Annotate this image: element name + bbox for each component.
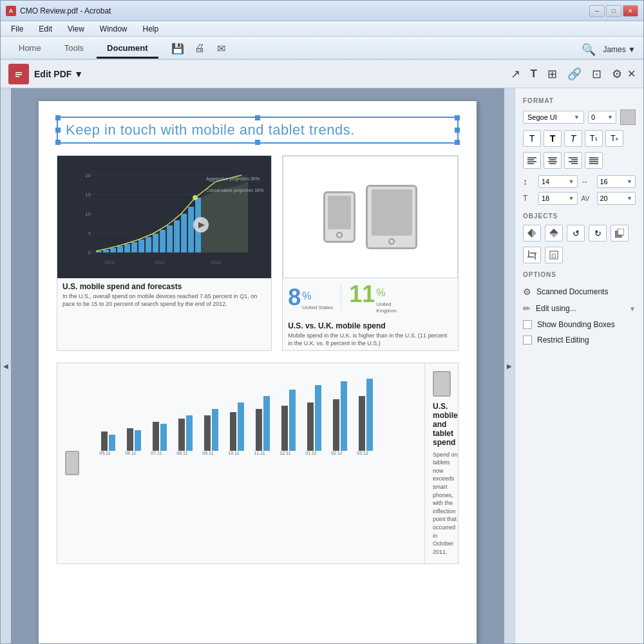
collapse-right-arrow[interactable]: ▶ xyxy=(504,88,515,643)
align-left[interactable] xyxy=(523,152,541,169)
handle-rm[interactable] xyxy=(455,128,460,133)
bottom-bar-area: 05.11 06.11 07.11 08.11 09.11 10.11 11.1… xyxy=(87,363,424,564)
tablet-device xyxy=(366,185,417,249)
text-style-subscript[interactable]: Tx xyxy=(605,130,623,147)
svg-rect-23 xyxy=(153,234,158,252)
save-icon[interactable]: 💾 xyxy=(171,42,184,55)
text-tool[interactable]: T xyxy=(531,68,537,80)
handle-bm[interactable] xyxy=(255,140,260,145)
chart3-caption: Spend on tablets now exceeds smart phone… xyxy=(433,451,458,556)
handle-tr[interactable] xyxy=(455,115,460,120)
tracking-select[interactable]: 20 ▼ xyxy=(597,192,636,205)
svg-text:2011: 2011 xyxy=(155,260,165,265)
option-scanned-docs[interactable]: ⚙ Scanned Documents xyxy=(523,283,636,300)
svg-text:Aggressive projection 20%: Aggressive projection 20% xyxy=(206,176,260,182)
obj-replace-image[interactable]: ⊡ xyxy=(545,247,563,263)
tab-home[interactable]: Home xyxy=(8,39,52,59)
text-style-italic[interactable]: T xyxy=(564,130,582,147)
align-justify[interactable] xyxy=(585,152,603,169)
edit-pdf-icon xyxy=(8,64,29,84)
collapse-left-arrow[interactable]: ◀ xyxy=(1,88,11,643)
chart1-caption: U.S. mobile spend and forecasts In the U… xyxy=(57,278,271,310)
obj-flip-h[interactable] xyxy=(523,225,541,242)
chart2-image xyxy=(283,156,458,278)
restrict-editing-checkbox[interactable] xyxy=(523,336,532,345)
chart-us-mobile: 0 5 10 15 20 xyxy=(57,155,272,351)
svg-rect-57 xyxy=(315,385,321,451)
user-badge[interactable]: James ▼ xyxy=(603,45,636,54)
align-center[interactable] xyxy=(544,152,562,169)
print-icon[interactable]: 🖨 xyxy=(193,42,206,55)
spacing-row-2: T 18 ▼ AV 20 ▼ xyxy=(523,192,636,205)
maximize-button[interactable]: □ xyxy=(606,5,621,17)
svg-rect-18 xyxy=(117,246,123,252)
svg-rect-58 xyxy=(333,399,339,451)
minimize-button[interactable]: ─ xyxy=(589,5,605,17)
stat1-label: United States xyxy=(302,305,333,311)
app-icon: A xyxy=(6,6,16,16)
edit-pdf-label[interactable]: Edit PDF ▼ xyxy=(34,69,83,79)
crop-tool[interactable]: ⊡ xyxy=(592,67,601,81)
options-section-title: OPTIONS xyxy=(523,271,636,278)
svg-marker-91 xyxy=(549,229,558,233)
svg-rect-46 xyxy=(178,419,185,451)
obj-rotate-ccw[interactable]: ↺ xyxy=(567,225,585,242)
toolbar-close-button[interactable]: ✕ xyxy=(627,68,636,80)
svg-rect-43 xyxy=(135,430,141,451)
obj-flip-v[interactable] xyxy=(545,225,563,242)
handle-tm[interactable] xyxy=(255,115,260,120)
text-style-row: T T T T1 Tx xyxy=(523,130,636,147)
stat2-label: United Kingdom xyxy=(376,301,408,314)
menu-file[interactable]: File xyxy=(6,23,28,35)
font-size-select[interactable]: 0 ▼ xyxy=(588,111,616,124)
color-swatch[interactable] xyxy=(620,109,636,125)
align-row xyxy=(523,152,636,169)
svg-rect-25 xyxy=(167,225,173,252)
svg-text:5: 5 xyxy=(88,231,91,236)
chart3-right-info: U.S. mobile and tablet spend Spend on ta… xyxy=(424,363,466,564)
svg-text:0: 0 xyxy=(88,250,91,256)
tab-document[interactable]: Document xyxy=(97,39,158,59)
handle-br[interactable] xyxy=(455,140,460,145)
menu-help[interactable]: Help xyxy=(138,23,164,35)
tab-bar-left: Home Tools Document 💾 🖨 ✉ xyxy=(8,39,228,59)
tracking-icon: AV xyxy=(582,195,593,202)
handle-tl[interactable] xyxy=(55,115,61,120)
handle-bl[interactable] xyxy=(55,140,61,145)
font-family-select[interactable]: Segoe UI ▼ xyxy=(523,111,584,124)
menu-edit[interactable]: Edit xyxy=(33,23,57,35)
link-tool[interactable]: 🔗 xyxy=(567,67,582,81)
obj-rotate-cw[interactable]: ↻ xyxy=(589,225,607,242)
search-icon[interactable]: 🔍 xyxy=(582,43,595,56)
obj-send-back[interactable] xyxy=(611,225,629,242)
option-restrict-editing[interactable]: Restrict Editing xyxy=(523,332,636,348)
svg-rect-53 xyxy=(263,396,270,451)
close-button[interactable]: ✕ xyxy=(623,5,638,17)
toolbar: Edit PDF ▼ ↗ T ⊞ 🔗 ⊡ ⚙ ✕ xyxy=(1,60,643,88)
tab-tools[interactable]: Tools xyxy=(54,39,94,59)
option-edit-using[interactable]: ✏ Edit using... ▼ xyxy=(523,300,636,317)
line-height-select[interactable]: 14 ▼ xyxy=(538,175,578,188)
align-right[interactable] xyxy=(564,152,582,169)
text-style-regular[interactable]: T xyxy=(523,130,541,147)
menu-view[interactable]: View xyxy=(62,23,90,35)
add-text-tool[interactable]: ↗ xyxy=(511,67,520,81)
bounding-boxes-checkbox[interactable] xyxy=(523,320,532,329)
handle-lm[interactable] xyxy=(55,128,61,133)
text-style-bold[interactable]: T xyxy=(544,130,562,147)
text-style-superscript[interactable]: T1 xyxy=(585,130,603,147)
chart2-text: Mobile spend in the U.K. is higher than … xyxy=(288,332,453,347)
svg-rect-27 xyxy=(181,214,187,252)
svg-rect-56 xyxy=(307,402,314,451)
char-spacing-select[interactable]: 16 ▼ xyxy=(597,175,636,188)
menu-window[interactable]: Window xyxy=(95,23,133,35)
svg-rect-20 xyxy=(131,242,137,252)
phone-small-icon xyxy=(65,451,79,475)
option-bounding-boxes[interactable]: Show Bounding Boxes xyxy=(523,317,636,332)
svg-rect-48 xyxy=(204,415,211,451)
baseline-select[interactable]: 18 ▼ xyxy=(538,192,578,205)
email-icon[interactable]: ✉ xyxy=(215,42,228,55)
image-tool[interactable]: ⊞ xyxy=(547,67,557,81)
settings-tool[interactable]: ⚙ xyxy=(612,67,622,81)
obj-crop[interactable] xyxy=(523,247,541,263)
